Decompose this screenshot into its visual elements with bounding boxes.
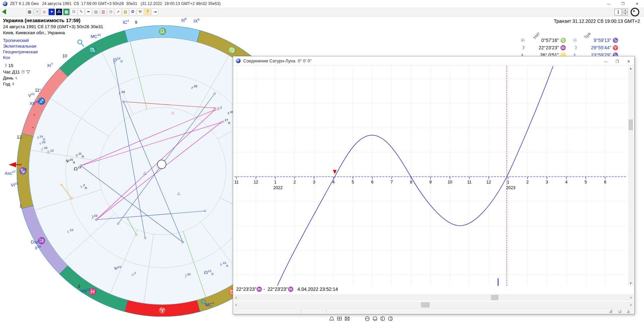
- scroll-up-arrow[interactable]: ▲: [628, 66, 633, 71]
- chart-wheel-icon[interactable]: ◎: [41, 8, 48, 15]
- help-icon[interactable]: ?: [144, 8, 151, 15]
- wheel-label: 12: [17, 134, 21, 140]
- graph-close-button[interactable]: ✕: [623, 57, 634, 64]
- hour-ruler-line: Час Д11 ☉ ▽: [3, 69, 103, 74]
- chart-datetime: 24 августа 1991 Сб 17:59 (GMT+3) 50n26 3…: [3, 24, 103, 29]
- wheel-label: 9: [135, 20, 137, 25]
- app-maximize-button[interactable]: ❐: [616, 0, 630, 7]
- bookmark-icon[interactable]: ✒: [85, 8, 92, 15]
- wheel-label: IX6: [194, 17, 200, 23]
- atlas-globe-icon[interactable]: ❂: [129, 8, 136, 15]
- mini-chart-icon[interactable]: [619, 310, 622, 313]
- x-axis-month-label: 2: [526, 180, 529, 184]
- x-axis-month-label: 7: [390, 180, 393, 184]
- dynamics-icon[interactable]: ↗: [115, 8, 121, 15]
- google-icon[interactable]: G: [70, 8, 77, 15]
- wheel-label: V21: [28, 92, 35, 98]
- zodiac-glyph-aries: ♈: [158, 307, 166, 314]
- graph-window-title: Соединение Сатурн-Луна 0° 0' 0": [243, 58, 312, 63]
- x-axis-year-label: 2022: [273, 185, 283, 190]
- back-button[interactable]: [2, 9, 6, 14]
- circle-chord-icon[interactable]: [372, 316, 378, 322]
- toolbar-icons: ▦◔◎✦⁂▦G✎✒▤▥◷↗▤❂⚒?⇥: [26, 8, 159, 15]
- exact-aspect-marker: [333, 170, 336, 174]
- x-axis-month-label: 12: [254, 180, 258, 184]
- zodiac-glyph-libra: ♎: [158, 28, 166, 35]
- setting-item-0[interactable]: Тропический: [3, 38, 103, 43]
- app-close-button[interactable]: ✕: [630, 0, 644, 7]
- aspect-graph-plot[interactable]: 1112123456789101112123456202220231гр.1 м…: [234, 66, 627, 286]
- x-axis-month-label: 2: [293, 180, 296, 184]
- app-logo-icon: [3, 1, 7, 6]
- graph-minimize-button[interactable]: —: [600, 57, 611, 64]
- graph-window-icon: [236, 58, 240, 63]
- setting-item-2[interactable]: Геоцентрическая: [3, 49, 103, 54]
- setting-item-1[interactable]: Эклиптикальная: [3, 44, 103, 49]
- map-icon[interactable]: ▦: [63, 8, 70, 15]
- aspect-symbol: △: [143, 170, 147, 175]
- starry-sky-icon[interactable]: ⁂: [56, 8, 62, 15]
- circle-horizontal-icon[interactable]: [364, 316, 370, 322]
- graph-status-text: 22°23'23"♒ - 22°23'23"♒ 4.04.2022 23:52:…: [236, 286, 338, 292]
- vertical-scroll-thumb[interactable]: [629, 119, 633, 130]
- hscroll1-thumb[interactable]: [491, 295, 498, 300]
- app-title: ZET 9.1.26 Geo 24 августа 1991 Сб 17:59:…: [10, 1, 221, 6]
- notes-icon[interactable]: ▤: [122, 8, 129, 15]
- hscroll2-left-arrow[interactable]: ‹: [233, 302, 239, 308]
- planet-table-row: ☉0°57'16"♍☉9°59'13"♑: [519, 38, 643, 45]
- x-axis-month-label: 11: [234, 180, 239, 184]
- chart-title: Украина (независимость 17:59): [3, 17, 103, 23]
- quadrants-icon[interactable]: [336, 316, 342, 322]
- graph-window-statusbar: [233, 309, 634, 314]
- graph-maximize-button[interactable]: ❐: [611, 57, 623, 64]
- x-axis-year-label: 2023: [506, 185, 516, 190]
- documents-icon[interactable]: ▤: [93, 8, 99, 15]
- x-axis-month-label: 1: [274, 180, 276, 184]
- edit-data-icon[interactable]: ✎: [78, 8, 85, 15]
- spinner-up-button[interactable]: ▲: [623, 8, 628, 12]
- hscroll1-left-arrow[interactable]: ‹: [233, 294, 239, 301]
- exit-icon[interactable]: ⇥: [152, 8, 158, 15]
- day-ruler-line: День ♄: [3, 75, 103, 80]
- graph-window-titlebar[interactable]: Соединение Сатурн-Луна 0° 0' 0" — ❐ ✕: [233, 56, 634, 65]
- x-axis-month-label: 6: [604, 180, 606, 184]
- spinner-down-button[interactable]: ▼: [623, 12, 628, 16]
- zodiac-glyph-virgo: ♍: [228, 46, 236, 54]
- x-axis-month-label: 4: [332, 180, 335, 184]
- wheel-label: 11: [35, 88, 40, 93]
- crossed-square-icon[interactable]: [344, 316, 350, 322]
- circle-right-line-icon[interactable]: [387, 316, 393, 322]
- app-minimize-button[interactable]: —: [602, 0, 616, 7]
- graph-vertical-scrollbar[interactable]: ▲ ▼: [628, 66, 633, 286]
- aspect-graph-window: Соединение Сатурн-Луна 0° 0' 0" — ❐ ✕ 11…: [233, 56, 635, 314]
- chart-place: Киев, Киевская обл., Украина: [3, 30, 103, 35]
- house-system-icon[interactable]: [329, 316, 335, 322]
- x-axis-month-label: 3: [313, 180, 315, 184]
- ephemeris-table-icon[interactable]: ▦: [26, 8, 33, 15]
- graph-hscrollbar-1[interactable]: ‹ ›: [233, 294, 634, 301]
- aspect-symbol: *: [39, 88, 41, 93]
- x-axis-month-label: 1: [507, 180, 509, 184]
- wheel-center-icon: [157, 160, 166, 169]
- timer-icon[interactable]: ◷: [107, 8, 114, 15]
- year-ruler-line: Год ☿: [3, 82, 103, 87]
- chart-count-spinner[interactable]: 1: [614, 9, 622, 15]
- settings-tools-icon[interactable]: ⚒: [137, 8, 144, 15]
- scroll-down-arrow[interactable]: ▼: [628, 281, 633, 286]
- graph-hscrollbar-2[interactable]: ‹ ›: [233, 302, 634, 308]
- mini-chart-icon[interactable]: [627, 310, 630, 313]
- planet-icon[interactable]: ✦: [48, 8, 55, 15]
- statistics-icon[interactable]: ▥: [100, 8, 107, 15]
- x-axis-month-label: 5: [585, 180, 587, 184]
- aspect-symbol: □: [172, 111, 174, 115]
- setting-item-3[interactable]: Кох: [3, 55, 103, 60]
- hscroll2-thumb[interactable]: [421, 302, 430, 308]
- redraw-chart-button[interactable]: [631, 8, 639, 16]
- hscroll2-right-arrow[interactable]: ›: [628, 302, 634, 308]
- clock-icon[interactable]: ◔: [34, 8, 40, 15]
- zodiac-glyph-sagittarius: ♐: [38, 97, 46, 105]
- circle-left-line-icon[interactable]: [380, 316, 386, 322]
- moon-day-line: ☽ 15: [3, 63, 103, 68]
- mini-chart-icon[interactable]: [609, 310, 612, 313]
- hscroll1-right-arrow[interactable]: ›: [628, 294, 634, 301]
